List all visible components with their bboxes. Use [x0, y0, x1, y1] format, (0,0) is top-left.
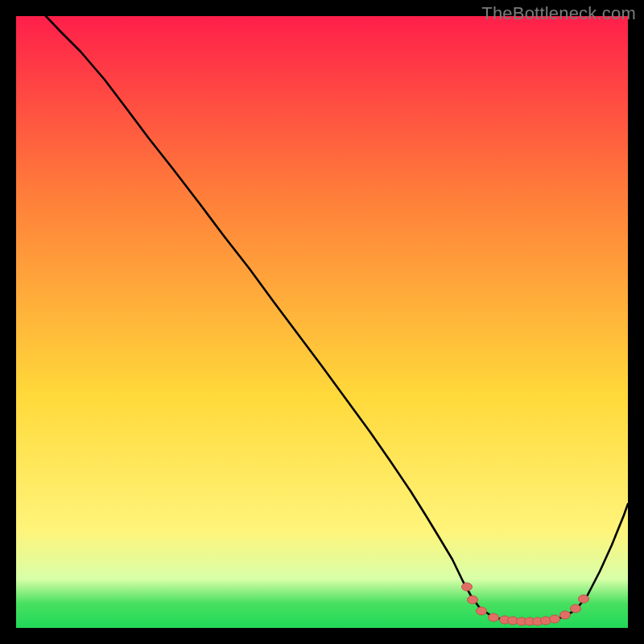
curve-marker	[571, 605, 581, 613]
curve-marker	[477, 607, 487, 615]
chart-frame: TheBottleneck.com	[0, 0, 644, 644]
curve-marker	[560, 611, 571, 619]
bottleneck-curve	[45, 16, 628, 621]
curve-marker	[462, 583, 473, 591]
curve-markers	[462, 583, 589, 625]
curve-marker	[579, 595, 589, 603]
curve-layer	[16, 16, 628, 628]
curve-marker	[468, 596, 478, 604]
watermark-text: TheBottleneck.com	[481, 3, 636, 24]
curve-marker	[550, 615, 560, 623]
curve-marker	[489, 613, 499, 621]
plot-area	[16, 16, 628, 628]
